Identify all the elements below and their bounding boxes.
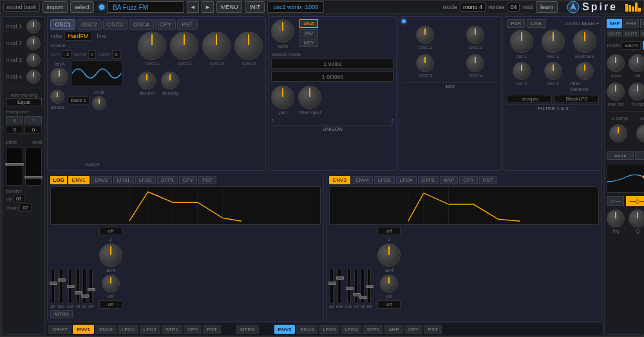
lfo3-tab[interactable]: LFO3: [374, 176, 395, 184]
phs-tab[interactable]: PHS: [623, 19, 639, 28]
env2-bottom-tab[interactable]: ENV2: [95, 325, 117, 334]
env1-amt-knob[interactable]: [99, 244, 122, 267]
phs-mute[interactable]: MUTE: [623, 30, 639, 37]
log-button[interactable]: LOG: [50, 176, 66, 184]
env4-bottom-tab[interactable]: ENV4: [296, 325, 317, 334]
osc3-tab[interactable]: OSC3: [103, 19, 128, 30]
wide-knob[interactable]: [271, 19, 294, 43]
cut1-knob[interactable]: [510, 30, 533, 53]
osc2-tab[interactable]: OSC2: [77, 19, 102, 30]
env2-pst-tab[interactable]: PST: [479, 176, 497, 184]
dec2-fader-track[interactable]: [337, 268, 341, 303]
env2-off-display[interactable]: off: [377, 227, 401, 235]
env2-vel-knob[interactable]: [380, 274, 398, 293]
lfo4-tab[interactable]: LFO4: [396, 176, 417, 184]
cpy2-bottom-tab[interactable]: CPY: [404, 325, 422, 334]
sll2-fader-track[interactable]: [361, 268, 365, 303]
arp-bottom-tab[interactable]: ARP: [384, 325, 402, 334]
hicut-knob[interactable]: [629, 82, 644, 101]
env1-off-display[interactable]: off: [99, 227, 122, 235]
xcomp-knob[interactable]: [609, 124, 627, 142]
bass1-display[interactable]: Bass 1: [67, 96, 89, 104]
phase-knob[interactable]: [50, 90, 64, 104]
midi-learn-button[interactable]: learn: [536, 1, 558, 13]
pitch-slider[interactable]: [6, 147, 23, 186]
mod1-knob[interactable]: [26, 19, 41, 34]
lfo3-bottom-tab[interactable]: LFO3: [319, 325, 339, 334]
shp-mute[interactable]: MUTE: [607, 30, 622, 37]
menu-button[interactable]: MENU: [216, 1, 243, 13]
slt-fader-track[interactable]: [76, 268, 80, 303]
filter-input-knob[interactable]: [298, 86, 321, 109]
rel2-fader-track[interactable]: [367, 268, 371, 303]
chr-tab[interactable]: CHR: [640, 19, 644, 28]
warm-button[interactable]: warm: [607, 151, 633, 160]
rel-fader-track[interactable]: [89, 268, 93, 303]
select-button[interactable]: select: [70, 1, 95, 13]
keytrack-knob[interactable]: [573, 30, 596, 53]
mod-slider[interactable]: [25, 147, 43, 186]
pst2-bottom-tab[interactable]: PST: [424, 325, 442, 334]
next-preset-button[interactable]: ►: [202, 1, 214, 13]
lfo1-tab[interactable]: LFO1: [113, 176, 134, 184]
osc2-level-knob[interactable]: [170, 32, 198, 60]
drift-tab[interactable]: DRIFT: [48, 325, 71, 334]
res1-knob[interactable]: [542, 30, 565, 53]
ctrlb-knob[interactable]: [92, 96, 106, 110]
velocity-knob[interactable]: [636, 124, 644, 142]
fx-mode-val[interactable]: warm: [621, 41, 641, 50]
mod2-knob[interactable]: [26, 36, 41, 50]
eq-route2-btn[interactable]: —◇—: [626, 196, 644, 206]
cent-val[interactable]: 0: [112, 50, 120, 59]
att2-fader-track[interactable]: [330, 268, 334, 303]
env3-tab[interactable]: ENV3: [329, 176, 350, 184]
density-knob[interactable]: [161, 72, 179, 90]
env2-tab[interactable]: ENV2: [91, 176, 112, 184]
env3-bottom-tab[interactable]: ENV3: [274, 325, 296, 334]
unison-mode-val[interactable]: 1 voice: [271, 59, 393, 69]
stp2-tab[interactable]: STP2: [418, 176, 439, 184]
env1-vel-knob[interactable]: [102, 274, 120, 293]
lfo4-bottom-tab[interactable]: LFO4: [341, 325, 361, 334]
osc4-tab[interactable]: OSC4: [129, 19, 154, 30]
import-button[interactable]: import: [43, 1, 68, 13]
oct-val[interactable]: -2: [62, 50, 71, 59]
sus-fader-track[interactable]: [68, 268, 72, 303]
lfo2-tab[interactable]: LFO2: [135, 176, 156, 184]
filter1-display[interactable]: scorpio: [507, 95, 552, 103]
env4-tab[interactable]: ENV4: [352, 176, 373, 184]
stp1-tab[interactable]: STP1: [157, 176, 178, 184]
osc1-level-knob[interactable]: [138, 32, 166, 60]
key-button[interactable]: KEY: [299, 39, 317, 47]
env1-pst-tab[interactable]: PST: [198, 176, 216, 184]
osc-copy-tab[interactable]: CPY: [155, 19, 176, 30]
ctrla-knob[interactable]: [50, 68, 68, 86]
drive-knob[interactable]: [607, 54, 625, 72]
stp2-bottom-tab[interactable]: STP2: [363, 325, 383, 334]
shp-tab[interactable]: SHP: [607, 19, 622, 28]
q-knob[interactable]: [629, 209, 644, 227]
eq-route1-btn[interactable]: ⊃—: [607, 196, 624, 206]
unison-octave-val[interactable]: 1 octave: [271, 72, 393, 82]
ana-button[interactable]: ANA: [299, 19, 317, 28]
arp-tab[interactable]: ARP: [440, 176, 458, 184]
frq-knob[interactable]: [607, 209, 625, 227]
inv-button[interactable]: INV: [299, 29, 317, 37]
env1-bottom-tab[interactable]: ENV1: [73, 325, 94, 334]
osc3-level-knob[interactable]: [202, 32, 231, 60]
osc4-level-knob[interactable]: [234, 32, 263, 60]
note-val2[interactable]: 0: [88, 50, 96, 59]
bit-knob[interactable]: [629, 54, 644, 72]
mix-osc3-knob[interactable]: [416, 54, 434, 72]
mix-osc2-knob[interactable]: [466, 26, 484, 44]
env2-off2-display[interactable]: off: [377, 300, 401, 309]
mod3-knob[interactable]: [26, 53, 41, 67]
mtrx-button[interactable]: MTRX: [50, 310, 73, 318]
transpose-up-button[interactable]: ^: [24, 116, 42, 124]
detune-knob[interactable]: [138, 72, 156, 90]
lowcut-knob[interactable]: [607, 82, 625, 101]
cpy-bottom-tab[interactable]: CPY: [184, 325, 202, 334]
lfo1-bottom-tab[interactable]: LFO1: [118, 325, 138, 334]
microtuning-dropdown[interactable]: Equal: [6, 98, 42, 106]
mod4-knob[interactable]: [26, 70, 41, 84]
